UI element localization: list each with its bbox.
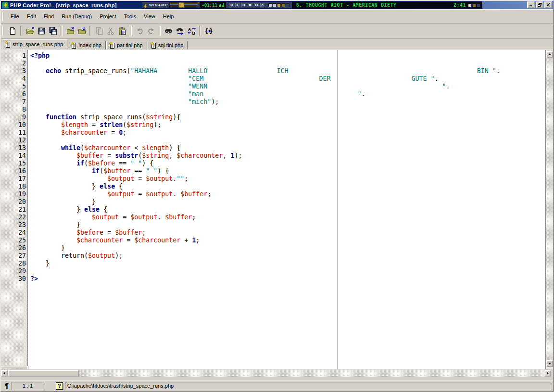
scroll-left-button[interactable] <box>1 370 8 377</box>
winamp-playlist-button[interactable] <box>281 3 285 7</box>
code-line-3[interactable]: echo strip_space_runs("HAHAHA HALLO ICH … <box>30 67 546 75</box>
code-line-18[interactable]: } else { <box>30 183 546 190</box>
show-paragraph-marks-toggle[interactable]: ¶ <box>5 382 9 390</box>
menu-edit[interactable]: Edit <box>23 12 40 21</box>
document-icon <box>109 42 115 49</box>
code-line-5[interactable]: "WENN ". <box>30 83 546 90</box>
help-icon[interactable]: ? <box>56 382 63 390</box>
restore-button[interactable] <box>536 1 543 8</box>
horizontal-scroll-thumb[interactable] <box>8 370 79 377</box>
code-line-8[interactable] <box>30 106 546 114</box>
app-icon[interactable] <box>2 2 9 9</box>
winamp-windows-button[interactable] <box>268 3 272 7</box>
vertical-scrollbar[interactable] <box>545 50 553 369</box>
code-line-11[interactable]: $charcounter = 0; <box>30 129 546 137</box>
winamp-shade-button[interactable] <box>472 3 476 7</box>
open-file-button[interactable] <box>24 25 36 37</box>
code-line-17[interactable]: $output = $output.""; <box>30 175 546 183</box>
find-button[interactable] <box>163 25 174 37</box>
document-icon <box>5 41 11 48</box>
winamp-eject-button[interactable] <box>260 3 265 7</box>
code-line-7[interactable]: "mich"); <box>30 98 546 106</box>
tab-par-tlni-php[interactable]: par.tlni.php <box>106 41 147 50</box>
goto-brace-button[interactable]: {} <box>203 25 214 37</box>
winamp-track-display: 6. THOUGHT RIOT - AMERICAN DIETY 2:41 <box>292 1 482 9</box>
winamp-volume-slider[interactable] <box>169 2 198 8</box>
code-line-16[interactable]: if($buffer == " ") { <box>30 167 546 175</box>
winamp-play-indicator[interactable] <box>468 3 472 7</box>
code-line-2[interactable] <box>30 60 546 67</box>
menu-help[interactable]: Help <box>159 12 178 21</box>
code-line-26[interactable]: } <box>30 244 546 252</box>
code-line-9[interactable]: function strip_space_runs($string){ <box>30 114 546 121</box>
code-line-6[interactable]: "man ". <box>30 90 546 98</box>
close-button[interactable] <box>544 1 552 8</box>
undo-button <box>134 25 145 37</box>
scroll-up-button[interactable] <box>546 51 553 58</box>
scroll-down-button[interactable] <box>546 360 553 367</box>
horizontal-scrollbar[interactable] <box>1 370 544 377</box>
winamp-close-button[interactable] <box>477 3 480 7</box>
line-number: 7 <box>1 98 27 106</box>
toolbar-separator <box>20 26 22 36</box>
code-line-22[interactable]: $output = $output. $buffer; <box>30 214 546 221</box>
code-line-23[interactable]: } <box>30 221 546 229</box>
title-bar[interactable]: PHP Coder Pro! - [strip_space_runs.php] … <box>1 1 553 9</box>
code-line-30[interactable]: ?> <box>30 275 546 283</box>
winamp-play-button[interactable] <box>235 3 240 7</box>
menu-file[interactable]: File <box>7 12 23 21</box>
window-title: PHP Coder Pro! - [strip_space_runs.php] <box>10 2 117 8</box>
menu-project[interactable]: Project <box>96 12 120 21</box>
code-line-13[interactable]: while($charcounter < $length) { <box>30 144 546 152</box>
code-line-28[interactable]: } <box>30 260 546 267</box>
find-next-button[interactable] <box>174 25 186 37</box>
winamp-previous-button[interactable] <box>229 3 234 7</box>
line-number: 4 <box>1 75 27 83</box>
file-path: C:\apache\htdocs\trash\strip_space_runs.… <box>67 383 174 389</box>
tab-sql-tlni-php[interactable]: sql.tlni.php <box>148 41 188 50</box>
close-file-button[interactable] <box>64 25 76 37</box>
code-editor[interactable]: 1234567891011121314151617181920212223242… <box>1 50 553 369</box>
minimize-button[interactable] <box>527 1 535 8</box>
code-line-20[interactable]: } <box>30 198 546 206</box>
code-line-14[interactable]: $buffer = substr($string, $charcounter, … <box>30 152 546 160</box>
code-line-19[interactable]: $output = $output. $buffer; <box>30 190 546 198</box>
menu-run-debug[interactable]: Run (Debug) <box>58 12 96 21</box>
code-line-15[interactable]: if($before == " ") { <box>30 160 546 167</box>
save-all-button[interactable] <box>47 25 59 37</box>
code-line-29[interactable] <box>30 267 546 275</box>
winamp-close-button[interactable] <box>286 3 290 7</box>
new-file-button[interactable] <box>7 25 18 37</box>
scroll-right-button[interactable] <box>544 370 551 377</box>
code-line-27[interactable]: return($output); <box>30 252 546 260</box>
code-line-12[interactable] <box>30 137 546 144</box>
replace-button[interactable]: AB <box>186 25 197 37</box>
code-line-4[interactable]: "CEM DER GUTE ". <box>30 75 546 83</box>
line-number: 16 <box>1 167 27 175</box>
menu-view[interactable]: View <box>140 12 159 21</box>
paste-button[interactable] <box>116 25 128 37</box>
code-area[interactable]: <?php echo strip_space_runs("HAHAHA HALL… <box>29 50 546 369</box>
code-line-21[interactable]: } else { <box>30 206 546 214</box>
code-line-25[interactable]: $charcounter = $charcounter + 1; <box>30 237 546 244</box>
reopen-file-button[interactable] <box>76 25 88 37</box>
tab-strip-space-runs-php[interactable]: strip_space_runs.php <box>2 39 67 50</box>
toolbar-grip-handle[interactable] <box>2 26 5 35</box>
menu-tools[interactable]: Tools <box>120 12 140 21</box>
winamp-eq-button[interactable] <box>277 3 281 7</box>
line-number: 28 <box>1 260 27 267</box>
winamp-next-button[interactable] <box>254 3 259 7</box>
code-line-1[interactable]: <?php <box>30 52 546 60</box>
winamp-pause-button[interactable] <box>241 3 247 7</box>
line-number: 27 <box>1 252 27 260</box>
code-line-10[interactable]: $length = strlen($string); <box>30 121 546 129</box>
line-number: 3 <box>1 67 27 75</box>
winamp-stop-button[interactable] <box>248 3 253 7</box>
redo-button <box>145 25 157 37</box>
tab-index-php[interactable]: index.php <box>68 41 106 50</box>
menu-find[interactable]: Find <box>40 12 58 21</box>
winamp-shade-button[interactable] <box>273 3 277 7</box>
code-line-24[interactable]: $before = $buffer; <box>30 229 546 237</box>
menu-grip-handle[interactable] <box>2 12 5 21</box>
save-button[interactable] <box>36 25 47 37</box>
